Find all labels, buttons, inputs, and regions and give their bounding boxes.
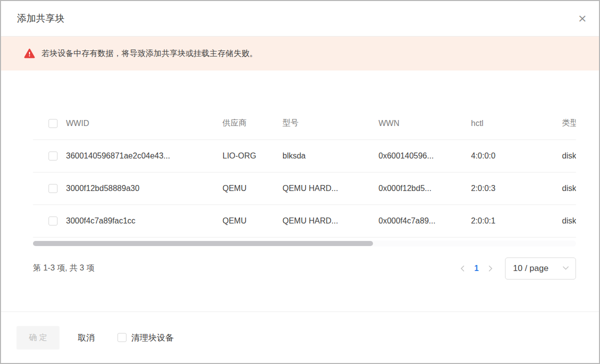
next-page-button[interactable] [484,262,497,275]
page-size-value: 10 / page [513,264,548,274]
col-header-hctl: hctl [471,108,562,140]
row-checkbox[interactable] [48,216,58,226]
alert-message: 若块设备中存有数据，将导致添加共享块或挂载主存储失败。 [42,48,258,59]
cell-model: blksda [282,140,378,172]
col-header-vendor: 供应商 [222,108,282,140]
cell-wwid: 3000f4c7a89fac1cc [66,204,222,237]
cell-type: disk [562,204,576,237]
cell-wwn: 0x000f4c7a89... [378,204,471,237]
cell-vendor: LIO-ORG [222,140,282,172]
cell-hctl: 2:0:0:3 [471,172,562,204]
cell-wwn: 0x600140596... [378,140,471,172]
cleanup-checkbox[interactable] [118,333,126,342]
device-table: WWID 供应商 型号 WWN hctl 类型 3600140596871ae2… [33,108,576,238]
cell-vendor: QEMU [222,204,282,237]
cell-wwid: 3000f12bd58889a30 [66,172,222,204]
chevron-left-icon [460,265,466,272]
pagination-total: 第 1-3 项, 共 3 项 [33,263,94,274]
dialog-footer: 确 定 取消 清理块设备 [1,312,599,363]
row-checkbox[interactable] [48,152,58,160]
cell-wwn: 0x000f12bd5... [378,172,471,204]
dialog-title: 添加共享块 [17,12,64,25]
page-number-1[interactable]: 1 [469,264,484,273]
chevron-down-icon [562,266,569,270]
cell-vendor: QEMU [222,172,282,204]
cell-model: QEMU HARD... [282,172,378,204]
cell-hctl: 4:0:0:0 [471,140,562,172]
cell-wwid: 3600140596871ae2c04e43... [66,140,222,172]
add-shared-block-dialog: 添加共享块 × 若块设备中存有数据，将导致添加共享块或挂载主存储失败。 WWID [0,0,600,364]
warning-triangle-icon [24,48,35,59]
alert-banner: 若块设备中存有数据，将导致添加共享块或挂载主存储失败。 [1,36,599,70]
prev-page-button[interactable] [456,262,469,275]
scrollbar-thumb[interactable] [33,241,373,246]
col-header-type: 类型 [562,108,576,140]
cell-type: disk [562,172,576,204]
table-row: 3000f4c7a89fac1cc QEMU QEMU HARD... 0x00… [33,204,576,237]
table-row: 3000f12bd58889a30 QEMU QEMU HARD... 0x00… [33,172,576,204]
cleanup-checkbox-group[interactable]: 清理块设备 [118,332,174,344]
cancel-button[interactable]: 取消 [78,332,94,344]
close-icon[interactable]: × [578,13,587,24]
cell-model: QEMU HARD... [282,204,378,237]
dialog-header: 添加共享块 [1,1,599,36]
col-header-wwn: WWN [378,108,471,140]
page-size-select[interactable]: 10 / page [505,258,576,280]
pagination: 第 1-3 项, 共 3 项 1 10 / page [33,258,576,280]
horizontal-scrollbar[interactable] [33,240,576,246]
ok-button[interactable]: 确 定 [16,326,60,350]
cell-hctl: 2:0:0:1 [471,204,562,237]
table-header-row: WWID 供应商 型号 WWN hctl 类型 [33,108,576,140]
cleanup-checkbox-label: 清理块设备 [131,332,174,344]
col-header-wwid: WWID [66,108,222,140]
chevron-right-icon [488,265,494,272]
col-header-model: 型号 [282,108,378,140]
table-row: 3600140596871ae2c04e43... LIO-ORG blksda… [33,140,576,172]
row-checkbox[interactable] [48,184,58,193]
cell-type: disk [562,140,576,172]
select-all-checkbox[interactable] [48,119,58,128]
